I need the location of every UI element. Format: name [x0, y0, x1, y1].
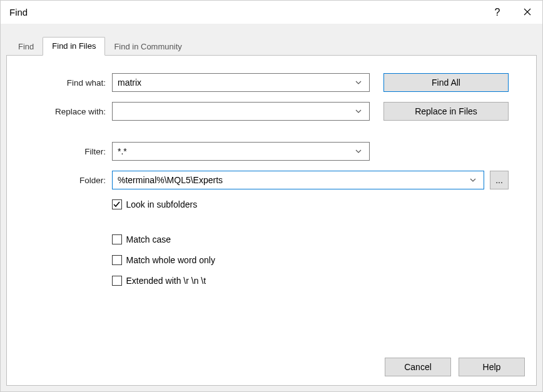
checkmark-icon [113, 200, 120, 209]
close-icon [524, 8, 531, 18]
tab-find[interactable]: Find [9, 38, 43, 56]
tab-find-in-files[interactable]: Find in Files [43, 37, 105, 56]
filter-combo[interactable] [112, 142, 370, 161]
match-whole-word-label[interactable]: Match whole word only [126, 255, 215, 265]
replace-in-files-button[interactable]: Replace in Files [383, 102, 509, 121]
filter-input[interactable] [118, 146, 353, 156]
match-case-label[interactable]: Match case [126, 234, 171, 244]
find-all-button[interactable]: Find All [383, 73, 509, 92]
dialog-window: Find ? Find Find in Files Find in Commun… [0, 0, 543, 392]
extended-label[interactable]: Extended with \r \n \t [126, 276, 206, 286]
tab-panel: Find what: Find All Replace with: [6, 56, 537, 386]
titlebar-close-button[interactable] [512, 1, 542, 24]
folder-input[interactable] [118, 175, 467, 185]
dialog-content: Find Find in Files Find in Community Fin… [1, 24, 542, 391]
folder-label: Folder: [24, 176, 112, 185]
tab-find-in-community[interactable]: Find in Community [105, 38, 190, 56]
chevron-down-icon[interactable] [353, 149, 364, 153]
window-title: Find [9, 7, 482, 18]
filter-label: Filter: [24, 147, 112, 156]
help-button[interactable]: Help [459, 358, 525, 376]
folder-combo[interactable] [112, 171, 484, 189]
match-case-checkbox[interactable] [112, 234, 122, 244]
titlebar: Find ? [1, 1, 542, 24]
cancel-button[interactable]: Cancel [385, 358, 451, 376]
chevron-down-icon[interactable] [353, 81, 364, 84]
find-what-label: Find what: [24, 78, 112, 88]
find-what-input[interactable] [118, 78, 353, 88]
look-in-subfolders-checkbox[interactable] [112, 199, 122, 209]
extended-checkbox[interactable] [112, 276, 122, 286]
chevron-down-icon[interactable] [467, 178, 479, 182]
browse-folder-button[interactable]: ... [490, 171, 509, 189]
tab-strip: Find Find in Files Find in Community [1, 24, 542, 56]
replace-with-label: Replace with: [24, 107, 112, 116]
replace-with-input[interactable] [118, 106, 353, 116]
look-in-subfolders-label[interactable]: Look in subfolders [126, 199, 198, 209]
chevron-down-icon[interactable] [353, 109, 364, 113]
find-what-combo[interactable] [112, 73, 370, 92]
dialog-footer: Cancel Help [385, 358, 525, 376]
replace-with-combo[interactable] [112, 102, 370, 121]
match-whole-word-checkbox[interactable] [112, 255, 122, 265]
titlebar-help-button[interactable]: ? [482, 1, 512, 24]
help-icon: ? [495, 7, 500, 18]
